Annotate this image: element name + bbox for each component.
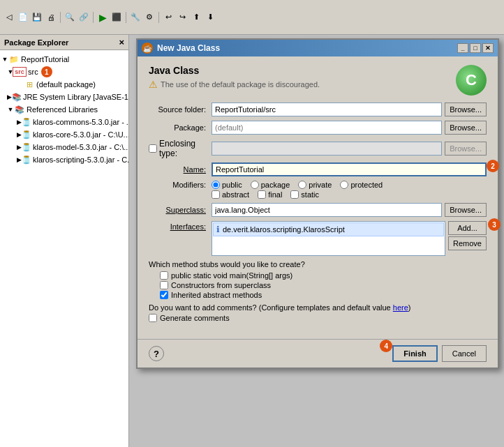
toolbar-icon-12[interactable]: ⬇ <box>204 11 216 24</box>
superclass-browse-button[interactable]: Browse... <box>445 203 487 217</box>
stub-main[interactable]: public static void main(String[] args) <box>160 271 487 280</box>
stub-inherited-label: Inherited abstract methods <box>171 291 262 299</box>
stub-inherited[interactable]: Inherited abstract methods <box>160 291 487 299</box>
enclosing-type-checkbox[interactable] <box>149 144 157 153</box>
dialog-header-text: Java Class ⚠ The use of the default pack… <box>149 65 320 90</box>
interfaces-label: Interfaces: <box>149 221 212 231</box>
toolbar-icon-1[interactable]: 📄 <box>17 11 29 24</box>
package-input[interactable] <box>212 121 442 135</box>
check-static-input[interactable] <box>290 190 299 199</box>
toolbar-icon-8[interactable]: ⚙ <box>143 11 156 24</box>
toolbar-icon-6[interactable]: ⬛ <box>110 11 123 24</box>
toolbar-icon-4[interactable]: 🔍 <box>64 11 76 24</box>
stub-main-checkbox[interactable] <box>160 271 168 280</box>
dialog-header: Java Class ⚠ The use of the default pack… <box>149 65 487 96</box>
comments-section: Do you want to add comments? (Configure … <box>149 303 487 322</box>
radio-protected[interactable]: protected <box>340 181 383 189</box>
tree-item-klaros-commons[interactable]: ▶ 🫙 klaros-commons-5.3.0.jar - ... <box>0 116 128 128</box>
panel-title: Package Explorer <box>4 38 68 47</box>
modifiers-row: Modifiers: public package <box>149 181 487 199</box>
comments-link[interactable]: here <box>393 303 408 312</box>
radio-protected-input[interactable] <box>340 181 348 189</box>
package-browse-button[interactable]: Browse... <box>445 121 487 135</box>
dialog-footer: ? Finish Cancel 4 <box>138 339 498 368</box>
toolbar-run-icon[interactable]: ▶ <box>96 11 109 24</box>
check-abstract[interactable]: abstract <box>212 190 249 199</box>
radio-package-input[interactable] <box>251 181 259 189</box>
check-static[interactable]: static <box>290 190 319 199</box>
panel-close-icon[interactable]: × <box>119 37 124 47</box>
warning-text: The use of the default package is discou… <box>161 80 320 89</box>
dialog-title-icon: ☕ <box>142 43 153 54</box>
source-folder-row: Source folder: Browse... <box>149 103 487 116</box>
tree-arrow-reflib: ▼ <box>7 106 14 113</box>
stub-constructor-checkbox[interactable] <box>160 281 168 289</box>
generate-comments-checkbox[interactable] <box>149 314 157 322</box>
tree-label-klaros-commons: klaros-commons-5.3.0.jar - ... <box>33 118 128 126</box>
superclass-label: Superclass: <box>149 206 212 214</box>
toolbar-icon-10[interactable]: ↪ <box>176 11 188 24</box>
badge-4: 4 <box>380 340 392 352</box>
stub-inherited-checkbox[interactable] <box>160 291 168 299</box>
tree-label-default-package: (default package) <box>36 80 96 89</box>
radio-protected-label: protected <box>350 181 383 189</box>
radio-private[interactable]: private <box>298 181 332 189</box>
toolbar-icon-5[interactable]: 🔗 <box>77 11 90 24</box>
maximize-button[interactable]: □ <box>470 43 481 53</box>
stub-constructor[interactable]: Constructors from superclass <box>160 281 487 289</box>
toolbar-icon-9[interactable]: ↩ <box>162 11 175 24</box>
source-folder-browse-button[interactable]: Browse... <box>445 103 487 116</box>
radio-public[interactable]: public <box>212 181 242 189</box>
interface-item-label: de.verit.klaros.scripting.KlarosScript <box>223 225 345 234</box>
tree-item-jre[interactable]: ▶ 📚 JRE System Library [JavaSE-11 <box>0 91 128 103</box>
check-static-label: static <box>301 190 319 199</box>
cancel-button[interactable]: Cancel <box>442 345 487 362</box>
new-java-class-dialog: ☕ New Java Class _ □ ✕ Java Class <box>136 38 499 369</box>
tree-item-klaros-model[interactable]: ▶ 🫙 klaros-model-5.3.0.jar - C:\... <box>0 141 128 153</box>
generate-comments-label: Generate comments <box>160 314 230 322</box>
enclosing-type-input[interactable] <box>212 142 442 156</box>
enclosing-type-browse-button[interactable]: Browse... <box>445 142 487 156</box>
check-final-label: final <box>268 190 282 199</box>
tree-arrow: ▼ <box>1 56 8 63</box>
toolbar-icon-3[interactable]: 🖨 <box>45 11 57 24</box>
toolbar: ◁ 📄 💾 🖨 🔍 🔗 ▶ ⬛ 🔧 ⚙ ↩ ↪ ⬆ ⬇ <box>0 0 504 35</box>
help-button[interactable]: ? <box>149 346 164 361</box>
check-final[interactable]: final <box>258 190 282 199</box>
check-final-input[interactable] <box>258 190 266 199</box>
tree-item-report-tutorial[interactable]: ▼ 📁 ReportTutorial <box>0 53 128 66</box>
tree-item-klaros-scripting[interactable]: ▶ 🫙 klaros-scripting-5.3.0.jar - C... <box>0 153 128 166</box>
toolbar-icon-11[interactable]: ⬆ <box>190 11 202 24</box>
dialog-titlebar-left: ☕ New Java Class <box>142 43 220 54</box>
tree-label-klaros-model: klaros-model-5.3.0.jar - C:\... <box>33 143 128 151</box>
left-panel: Package Explorer × ▼ 📁 ReportTutorial ▼ … <box>0 35 129 447</box>
source-folder-input[interactable] <box>212 103 442 116</box>
superclass-input[interactable] <box>212 203 442 217</box>
toolbar-sep-2 <box>93 12 94 23</box>
radio-package[interactable]: package <box>251 181 290 189</box>
add-interface-button[interactable]: Add... <box>448 221 487 235</box>
jar-model-icon: 🫙 <box>22 142 31 153</box>
remove-interface-button[interactable]: Remove <box>448 236 487 250</box>
finish-button[interactable]: Finish <box>392 345 437 362</box>
radio-public-input[interactable] <box>212 181 220 189</box>
check-abstract-input[interactable] <box>212 190 220 199</box>
tree-item-ref-libraries[interactable]: ▼ 📚 Referenced Libraries <box>0 103 128 116</box>
name-input[interactable] <box>212 162 487 176</box>
tree-item-src[interactable]: ▼ src src 1 <box>0 66 128 78</box>
toolbar-icon-2[interactable]: 💾 <box>31 11 43 24</box>
toolbar-sep-1 <box>60 12 61 23</box>
toolbar-sep-3 <box>126 12 126 23</box>
tree-label-src: src <box>28 68 38 76</box>
src-icon: src <box>14 66 25 77</box>
tree-item-default-package[interactable]: ⊞ (default package) <box>0 78 128 91</box>
radio-private-input[interactable] <box>298 181 306 189</box>
jre-icon: 📚 <box>12 91 22 103</box>
minimize-button[interactable]: _ <box>457 43 468 53</box>
toolbar-icon-7[interactable]: 🔧 <box>129 11 142 24</box>
interface-item-icon: ℹ <box>216 225 220 234</box>
tree-label-report-tutorial: ReportTutorial <box>21 55 69 63</box>
tree-item-klaros-core[interactable]: ▶ 🫙 klaros-core-5.3.0.jar - C:\U... <box>0 128 128 141</box>
close-button[interactable]: ✕ <box>482 43 494 53</box>
toolbar-icon-back[interactable]: ◁ <box>3 11 15 24</box>
